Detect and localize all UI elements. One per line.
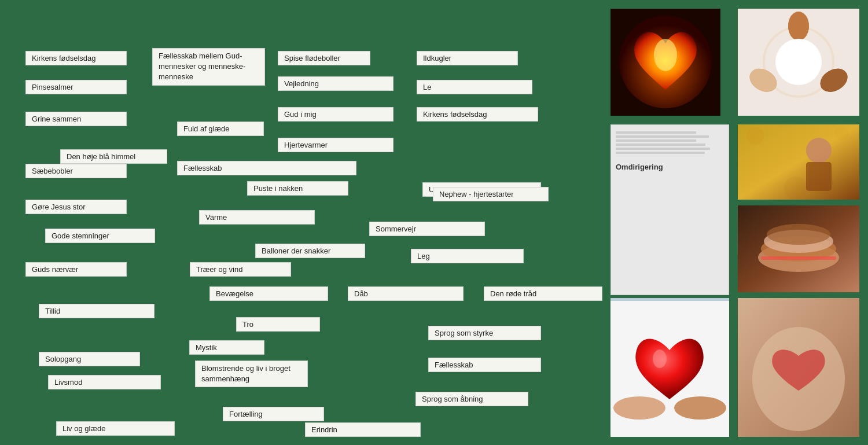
tag-t5: Pinsesalmer — [25, 80, 127, 94]
tag-t16: Puste i nakken — [247, 181, 348, 196]
tag-t13: Den høje blå himmel — [60, 149, 167, 164]
tag-t33: Mystik — [189, 340, 264, 355]
tag-t8: Grine sammen — [25, 112, 127, 126]
tag-t39: Fortælling — [223, 407, 324, 421]
svg-rect-22 — [806, 162, 832, 191]
image-belly-heart — [738, 298, 859, 437]
tag-t19: Nephew - hjertestarter — [433, 187, 549, 201]
image-autumn-girl — [738, 124, 859, 200]
svg-point-18 — [746, 127, 764, 145]
tag-t29: Den røde tråd — [484, 286, 602, 301]
tag-t38: Sprog som åbning — [415, 392, 528, 406]
svg-point-11 — [775, 39, 822, 85]
tag-t28: Dåb — [348, 286, 464, 301]
tag-t20: Varme — [199, 210, 315, 225]
tag-t14: Fællesskab — [177, 161, 356, 175]
tag-t1: Kirkens fødselsdag — [25, 51, 127, 65]
tag-t30: Tillid — [39, 304, 155, 318]
svg-point-20 — [784, 176, 807, 200]
tag-t7: Le — [417, 80, 532, 94]
tag-t9: Gud i mig — [278, 107, 393, 122]
tag-t6: Vejledning — [278, 76, 393, 91]
svg-point-21 — [806, 138, 832, 163]
tag-t31: Tro — [236, 317, 320, 332]
tag-t27: Bevægelse — [209, 286, 328, 301]
svg-point-2 — [654, 39, 677, 71]
image-hands-together — [738, 205, 859, 292]
image-red-heart — [610, 301, 729, 437]
tag-t37: Livsmod — [48, 375, 161, 389]
tag-t4: Ildkugler — [417, 51, 518, 65]
image-doc: Omdirigering — [610, 124, 729, 295]
doc-title: Omdirigering — [616, 163, 724, 171]
tag-t21: Gode stemninger — [45, 229, 155, 243]
tag-t11: Fuld af glæde — [177, 122, 264, 136]
tag-t25: Guds nærvær — [25, 262, 127, 277]
svg-point-19 — [835, 126, 849, 140]
tag-t3: Spise flødeboller — [278, 51, 370, 65]
tag-t24: Leg — [411, 249, 524, 263]
tag-t35: Blomstrende og liv i broget sammenhæng — [195, 361, 308, 387]
tag-t40: Liv og glæde — [56, 421, 175, 436]
tag-t23: Balloner der snakker — [255, 244, 365, 258]
tag-t36: Solopgang — [39, 352, 140, 366]
svg-point-8 — [788, 12, 809, 41]
image-flame-heart — [610, 9, 720, 116]
svg-rect-28 — [761, 256, 836, 260]
tag-t2: Fællesskab mellem Gud-mennesker og menne… — [152, 48, 265, 86]
tag-t26: Træer og vind — [190, 262, 291, 277]
tag-t22: Sommervejr — [369, 222, 485, 236]
svg-point-31 — [674, 396, 726, 420]
tag-t18: Gøre Jesus stor — [25, 200, 127, 214]
svg-point-32 — [653, 350, 667, 368]
svg-point-30 — [613, 396, 665, 420]
tag-t10: Kirkens fødselsdag — [417, 107, 538, 122]
tag-t15: Sæbebobler — [25, 164, 127, 178]
tag-t34: Fællesskab — [428, 358, 541, 372]
tag-t41: Erindrin — [305, 422, 421, 437]
tag-t12: Hjertevarmer — [278, 138, 393, 152]
tag-t32: Sprog som styrke — [428, 326, 541, 340]
svg-point-27 — [767, 224, 830, 245]
image-hands-circle — [738, 9, 859, 116]
